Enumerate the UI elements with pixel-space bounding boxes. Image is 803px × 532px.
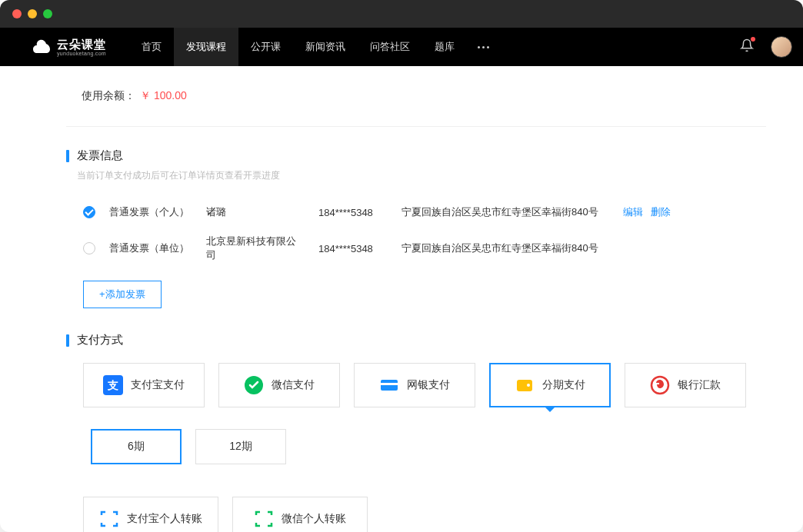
invoice-type: 普通发票（单位） <box>109 241 192 255</box>
pay-label: 支付宝支付 <box>131 378 185 392</box>
transfer-label: 支付宝个人转账 <box>127 512 202 526</box>
nav-more-icon[interactable] <box>467 46 500 48</box>
window-max-dot[interactable] <box>43 9 52 18</box>
transfer-wechat-personal[interactable]: 微信个人转账 <box>232 497 368 532</box>
pay-method-wechat[interactable]: 微信支付 <box>218 363 340 407</box>
installment-options-row: 6期 12期 <box>91 429 766 464</box>
pay-method-transfer[interactable]: 银行汇款 <box>625 363 746 407</box>
invoice-edit-link[interactable]: 编辑 <box>623 205 643 219</box>
invoice-addr: 宁夏回族自治区吴忠市红寺堡区幸福街840号 <box>402 241 598 255</box>
window-titlebar <box>0 0 803 28</box>
window-close-dot[interactable] <box>12 9 22 18</box>
pay-label: 微信支付 <box>272 378 315 392</box>
invoice-title: 发票信息 <box>77 148 123 163</box>
balance-row: 使用余额： ￥ 100.00 <box>66 66 766 127</box>
alipay-icon: 支 <box>103 375 123 395</box>
personal-transfer-row: 支付宝个人转账 微信个人转账 <box>83 497 766 532</box>
invoice-addr: 宁夏回族自治区吴忠市红寺堡区幸福街840号 <box>402 205 598 219</box>
nav-right <box>740 36 792 58</box>
bank-transfer-icon <box>650 375 670 395</box>
pay-method-installment[interactable]: 分期支付 <box>489 363 611 407</box>
scan-icon <box>254 509 274 529</box>
transfer-label: 微信个人转账 <box>282 512 346 526</box>
add-invoice-button[interactable]: +添加发票 <box>83 281 162 308</box>
pay-label: 分期支付 <box>542 378 585 392</box>
section-bar-icon <box>66 334 69 347</box>
wechat-icon <box>244 375 264 395</box>
main-content: 使用余额： ￥ 100.00 发票信息 当前订单支付成功后可在订单详情页查看开票… <box>0 66 803 532</box>
scan-icon <box>99 509 119 529</box>
notification-badge <box>751 37 755 42</box>
invoice-row-0: 普通发票（个人） 诸璐 184****5348 宁夏回族自治区吴忠市红寺堡区幸福… <box>66 198 766 227</box>
nav-item-open[interactable]: 公开课 <box>238 28 293 66</box>
balance-label: 使用余额： <box>82 89 135 103</box>
logo-text-cn: 云朵课堂 <box>57 38 106 50</box>
nav-item-news[interactable]: 新闻资讯 <box>293 28 358 66</box>
nav-item-bank[interactable]: 题库 <box>422 28 467 66</box>
invoice-radio-1[interactable] <box>83 242 95 254</box>
invoice-section-title: 发票信息 <box>66 148 766 163</box>
notification-icon[interactable] <box>740 38 754 55</box>
wallet-icon <box>515 375 535 395</box>
nav-item-discover[interactable]: 发现课程 <box>174 28 238 66</box>
svg-text:支: 支 <box>107 379 118 391</box>
section-bar-icon <box>66 150 69 162</box>
invoice-row-1: 普通发票（单位） 北京昱新科技有限公司 184****5348 宁夏回族自治区吴… <box>66 227 766 270</box>
invoice-name: 诸璐 <box>206 205 305 219</box>
svg-rect-4 <box>381 383 398 385</box>
payment-title: 支付方式 <box>77 333 123 347</box>
logo-text-en: yunduoketang.com <box>57 51 106 56</box>
window-min-dot[interactable] <box>28 9 37 18</box>
transfer-alipay-personal[interactable]: 支付宝个人转账 <box>83 497 218 532</box>
payment-methods-row: 支 支付宝支付 微信支付 网银支付 分期支付 银行汇款 <box>83 363 766 407</box>
nav-item-qa[interactable]: 问答社区 <box>358 28 422 66</box>
pay-label: 网银支付 <box>407 378 450 392</box>
installment-12[interactable]: 12期 <box>195 429 286 464</box>
nav-links: 首页 发现课程 公开课 新闻资讯 问答社区 题库 <box>129 28 500 66</box>
invoice-delete-link[interactable]: 删除 <box>651 205 671 219</box>
svg-rect-5 <box>517 380 532 391</box>
installment-6[interactable]: 6期 <box>91 429 182 464</box>
invoice-radio-0[interactable] <box>83 206 95 218</box>
navbar: 云朵课堂 yunduoketang.com 首页 发现课程 公开课 新闻资讯 问… <box>0 28 803 66</box>
app-window: 云朵课堂 yunduoketang.com 首页 发现课程 公开课 新闻资讯 问… <box>0 0 803 532</box>
invoice-name: 北京昱新科技有限公司 <box>206 234 305 262</box>
pay-method-alipay[interactable]: 支 支付宝支付 <box>83 363 205 407</box>
invoice-subtitle: 当前订单支付成功后可在订单详情页查看开票进度 <box>77 169 766 182</box>
logo-icon <box>31 36 52 58</box>
balance-amount: ￥ 100.00 <box>140 89 187 103</box>
invoice-phone: 184****5348 <box>318 243 388 254</box>
pay-label: 银行汇款 <box>678 378 721 392</box>
payment-section-title: 支付方式 <box>66 333 766 347</box>
invoice-type: 普通发票（个人） <box>109 205 192 219</box>
svg-point-6 <box>527 384 530 387</box>
pay-method-bank[interactable]: 网银支付 <box>354 363 475 407</box>
bank-icon <box>379 375 399 395</box>
invoice-phone: 184****5348 <box>318 207 388 218</box>
user-avatar[interactable] <box>771 36 792 58</box>
logo[interactable]: 云朵课堂 yunduoketang.com <box>31 36 106 58</box>
nav-item-home[interactable]: 首页 <box>129 28 174 66</box>
